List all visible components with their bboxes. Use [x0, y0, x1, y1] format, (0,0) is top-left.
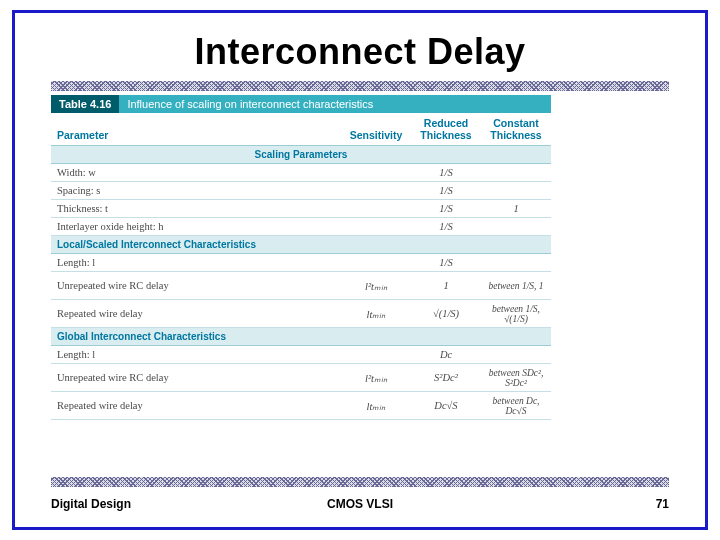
- section-scaling: Scaling Parameters: [51, 146, 551, 164]
- section-local: Local/Scaled Interconnect Characteristic…: [51, 236, 551, 254]
- table-caption: Influence of scaling on interconnect cha…: [119, 95, 551, 113]
- table-row: Thickness: t 1/S 1: [51, 200, 551, 218]
- slide-border: Interconnect Delay Table 4.16 Influence …: [12, 10, 708, 530]
- table-row: Length: l Dc: [51, 346, 551, 364]
- footer-center: CMOS VLSI: [51, 497, 669, 511]
- table-row: Unrepeated wire RC delay l²tₘᵢₙ 1 betwee…: [51, 272, 551, 300]
- scaling-table: Parameter Sensitivity Reduced Thickness …: [51, 113, 551, 420]
- col-constant: Constant Thickness: [481, 113, 551, 146]
- table-row: Repeated wire delay ltₘᵢₙ Dc√S between D…: [51, 392, 551, 420]
- table-caption-bar: Table 4.16 Influence of scaling on inter…: [51, 95, 551, 113]
- table-number: Table 4.16: [51, 95, 119, 113]
- col-parameter: Parameter: [51, 113, 341, 146]
- table-row: Length: l 1/S: [51, 254, 551, 272]
- slide-title: Interconnect Delay: [15, 31, 705, 73]
- table-row: Unrepeated wire RC delay l²tₘᵢₙ S²Dc² be…: [51, 364, 551, 392]
- section-global: Global Interconnect Characteristics: [51, 328, 551, 346]
- table-row: Repeated wire delay ltₘᵢₙ √(1/S) between…: [51, 300, 551, 328]
- table-container: Table 4.16 Influence of scaling on inter…: [51, 95, 551, 420]
- top-divider: [51, 81, 669, 91]
- table-row: Spacing: s 1/S: [51, 182, 551, 200]
- footer: Digital Design CMOS VLSI 71: [51, 497, 669, 511]
- col-sensitivity: Sensitivity: [341, 113, 411, 146]
- table-row: Interlayer oxide height: h 1/S: [51, 218, 551, 236]
- bottom-divider: [51, 477, 669, 487]
- table-row: Width: w 1/S: [51, 164, 551, 182]
- col-reduced: Reduced Thickness: [411, 113, 481, 146]
- header-row: Parameter Sensitivity Reduced Thickness …: [51, 113, 551, 146]
